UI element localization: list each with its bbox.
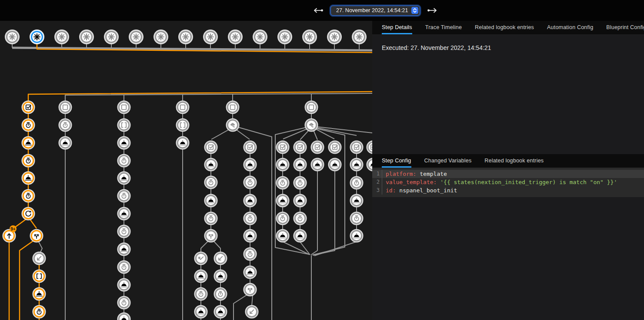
trace-node-asterisk[interactable] <box>277 30 292 44</box>
trace-node-timer[interactable] <box>276 212 290 225</box>
trace-node-bell[interactable] <box>59 136 72 150</box>
trace-node-timer[interactable] <box>194 287 208 301</box>
trace-node-asterisk[interactable] <box>178 30 193 44</box>
trace-node-timer[interactable] <box>204 176 218 189</box>
tab-related-logbook-entries[interactable]: Related logbook entries <box>484 154 544 168</box>
tab-automation-config[interactable]: Automation Config <box>547 21 593 34</box>
trace-node-asterisk[interactable] <box>30 30 44 44</box>
trace-node-bell[interactable] <box>214 305 227 319</box>
trace-node-bell[interactable] <box>276 229 290 243</box>
trace-node-refresh[interactable] <box>22 207 35 221</box>
trace-node-square[interactable] <box>59 101 72 114</box>
trace-node-bell[interactable] <box>176 136 190 150</box>
trace-node-bell[interactable] <box>244 229 257 243</box>
trace-node-bell[interactable] <box>276 194 290 208</box>
trace-node-timer[interactable] <box>117 154 131 168</box>
trace-node-bell[interactable] <box>244 194 257 208</box>
trace-node-brackets[interactable] <box>176 119 190 132</box>
trace-node-asterisk[interactable] <box>153 30 168 44</box>
trace-node-timer[interactable] <box>204 212 218 225</box>
trace-node-asterisk[interactable] <box>302 30 317 44</box>
run-date-select[interactable]: 27. November 2022, 14:54:21 <box>330 6 420 16</box>
trace-node-square[interactable] <box>117 101 131 114</box>
trace-graph[interactable]: 9+ <box>0 21 372 320</box>
trace-node-timer[interactable] <box>33 305 46 319</box>
trace-node-timer[interactable] <box>117 225 131 238</box>
tab-trace-timeline[interactable]: Trace Timeline <box>425 21 462 34</box>
trace-node-bell[interactable] <box>294 194 307 208</box>
trace-node-asterisk[interactable] <box>104 30 119 44</box>
trace-node-timer[interactable] <box>59 119 72 132</box>
trace-node-asterisk[interactable] <box>352 30 367 44</box>
trace-node-bell[interactable] <box>194 305 208 319</box>
trace-node-bell[interactable] <box>33 287 46 301</box>
trace-node-checkbox[interactable] <box>367 141 373 154</box>
trace-node-asterisk[interactable] <box>203 30 218 44</box>
tab-blueprint-config[interactable]: Blueprint Config <box>606 21 644 34</box>
trace-node-square[interactable] <box>226 101 240 114</box>
trace-node-timer[interactable] <box>276 176 290 190</box>
trace-node-arrow-down-left[interactable] <box>214 252 227 265</box>
trace-node-brackets[interactable] <box>117 119 131 132</box>
trace-node-bell[interactable] <box>194 270 208 283</box>
trace-node-bell[interactable] <box>294 158 307 172</box>
tab-changed-variables[interactable]: Changed Variables <box>424 154 472 168</box>
trace-node-timer[interactable] <box>350 176 364 190</box>
trace-node-asterisk[interactable] <box>79 30 94 44</box>
tab-related-logbook-entries[interactable]: Related logbook entries <box>475 21 534 34</box>
trace-node-bell[interactable] <box>244 158 257 172</box>
trace-node-bell[interactable] <box>367 158 373 172</box>
tab-step-config[interactable]: Step Config <box>382 154 411 168</box>
trace-node-asterisk[interactable] <box>5 30 20 44</box>
trace-node-timer[interactable] <box>294 176 307 190</box>
trace-node-timer[interactable] <box>244 247 257 261</box>
trace-node-bell[interactable] <box>350 194 364 208</box>
previous-run-button[interactable] <box>312 7 324 14</box>
tab-step-details[interactable]: Step Details <box>382 21 412 34</box>
trace-node-asterisk[interactable] <box>327 30 342 44</box>
trace-node-bell[interactable] <box>117 207 131 221</box>
trace-node-bell[interactable] <box>117 172 131 185</box>
trace-node-bell[interactable] <box>311 158 324 172</box>
trace-node-brackets[interactable] <box>33 270 46 283</box>
trace-node-bell[interactable] <box>117 313 131 320</box>
trace-node-timer[interactable] <box>117 296 131 310</box>
trace-node-checkbox[interactable] <box>204 141 218 154</box>
trace-node-timer[interactable] <box>244 212 257 225</box>
trace-node-checkbox[interactable] <box>311 141 324 154</box>
trace-node-bell[interactable] <box>204 158 218 172</box>
trace-node-bell[interactable] <box>350 158 364 172</box>
trace-node-checkbox[interactable] <box>276 141 290 154</box>
trace-node-asterisk[interactable] <box>54 30 69 44</box>
trace-node-checkbox[interactable] <box>294 141 307 154</box>
trace-node-timer[interactable] <box>22 189 35 203</box>
trace-node-bell[interactable] <box>117 278 131 292</box>
trace-node-checkbox[interactable] <box>328 141 342 154</box>
trace-node-timer[interactable] <box>350 212 364 225</box>
trace-node-checkbox[interactable] <box>244 141 257 154</box>
trace-node-call-split[interactable] <box>244 283 257 297</box>
trace-node-bell[interactable] <box>117 243 131 256</box>
trace-node-timer[interactable] <box>244 176 257 189</box>
trace-node-arrow-decision[interactable] <box>226 119 240 132</box>
trace-node-checkbox[interactable] <box>350 141 364 154</box>
trace-node-square[interactable] <box>176 101 190 114</box>
trace-node-checkbox[interactable] <box>22 101 35 114</box>
trace-node-bell[interactable] <box>204 194 218 208</box>
trace-node-timer[interactable] <box>22 119 35 132</box>
step-config-code[interactable]: 1platform: template2value_template: '{{ … <box>372 168 644 197</box>
trace-node-check-arrow[interactable] <box>194 252 208 265</box>
trace-node-asterisk[interactable] <box>129 30 143 44</box>
trace-node-arrow-down-left[interactable] <box>245 305 259 319</box>
trace-node-timer[interactable] <box>117 261 131 274</box>
trace-node-call-split[interactable] <box>30 229 43 243</box>
trace-node-bell[interactable] <box>276 158 290 172</box>
trace-node-bell[interactable] <box>244 266 257 279</box>
trace-node-timer[interactable] <box>294 212 307 225</box>
trace-node-bell[interactable] <box>117 136 131 150</box>
trace-node-asterisk[interactable] <box>253 30 267 44</box>
trace-node-bell[interactable] <box>22 136 35 150</box>
trace-node-arrow-decision[interactable] <box>305 119 318 132</box>
trace-node-timer[interactable] <box>214 287 227 301</box>
trace-node-call-split[interactable] <box>204 229 218 243</box>
